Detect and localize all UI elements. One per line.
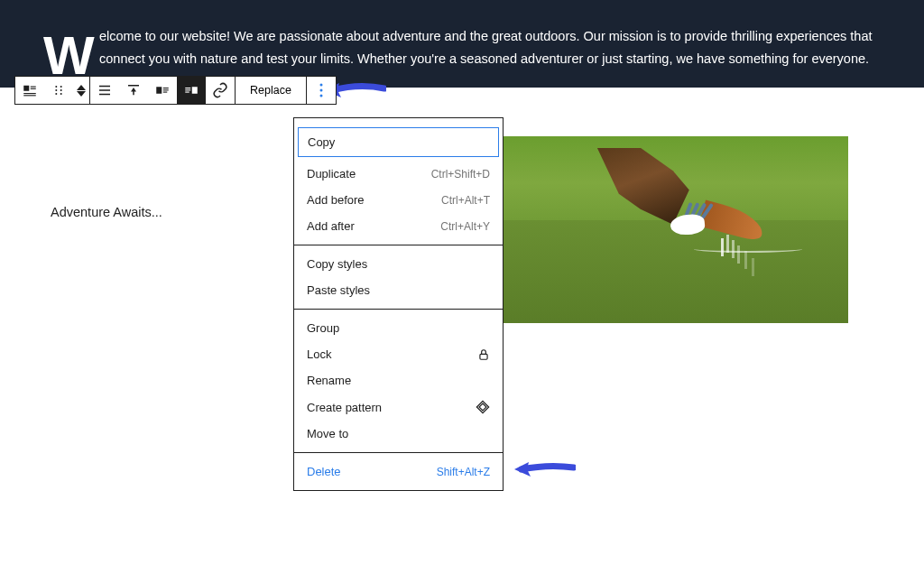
hero-text: elcome to our website! We are passionate… [99, 25, 888, 69]
drag-handle-icon[interactable] [44, 77, 73, 104]
svg-rect-19 [163, 92, 168, 93]
svg-rect-4 [23, 95, 36, 96]
svg-point-6 [55, 89, 57, 91]
media-column [462, 115, 924, 323]
menu-item-label: Delete [307, 465, 341, 478]
svg-rect-1 [31, 87, 36, 88]
menu-item-lock[interactable]: Lock [294, 341, 503, 367]
svg-rect-17 [163, 88, 169, 88]
svg-rect-18 [163, 89, 169, 90]
move-arrows-icon[interactable] [73, 77, 89, 104]
menu-item-label: Copy styles [307, 257, 367, 271]
link-icon[interactable] [206, 77, 235, 104]
svg-rect-15 [133, 91, 134, 96]
svg-rect-0 [23, 86, 29, 91]
svg-point-24 [319, 84, 322, 87]
svg-point-25 [319, 89, 322, 92]
block-type-icon[interactable] [15, 77, 44, 104]
menu-item-paste-styles[interactable]: Paste styles [294, 277, 503, 303]
menu-item-label: Group [307, 321, 339, 335]
lock-icon [477, 348, 490, 361]
menu-item-shortcut: Ctrl+Shift+D [431, 168, 490, 181]
menu-item-label: Lock [307, 347, 331, 361]
image-left-icon[interactable] [148, 77, 177, 104]
hero-image[interactable] [462, 136, 848, 323]
svg-rect-14 [128, 85, 139, 87]
image-right-icon[interactable] [177, 77, 206, 104]
menu-item-label: Paste styles [307, 283, 370, 297]
menu-item-label: Add before [307, 193, 365, 207]
svg-point-9 [60, 89, 62, 91]
svg-rect-2 [31, 88, 36, 89]
menu-item-label: Copy [308, 135, 335, 149]
replace-button[interactable]: Replace [236, 77, 306, 104]
block-toolbar: Replace [14, 76, 337, 105]
vertical-align-icon[interactable] [119, 77, 148, 104]
dropdown-section-3: Group Lock Rename Create pattern Move to [294, 310, 503, 453]
svg-rect-3 [23, 93, 36, 94]
svg-rect-23 [192, 87, 198, 94]
hero-section: W elcome to our website! We are passiona… [0, 0, 924, 88]
menu-item-label: Duplicate [307, 167, 356, 181]
menu-item-rename[interactable]: Rename [294, 367, 503, 393]
menu-item-delete[interactable]: Delete Shift+Alt+Z [294, 458, 503, 485]
menu-item-label: Rename [307, 374, 351, 387]
svg-rect-22 [185, 92, 189, 93]
menu-item-duplicate[interactable]: Duplicate Ctrl+Shift+D [294, 161, 503, 187]
svg-point-26 [319, 95, 322, 97]
menu-item-copy[interactable]: Copy [298, 127, 499, 157]
menu-item-create-pattern[interactable]: Create pattern [294, 393, 503, 421]
menu-item-shortcut: Ctrl+Alt+T [441, 194, 490, 207]
menu-item-add-before[interactable]: Add before Ctrl+Alt+T [294, 187, 503, 213]
align-none-icon[interactable] [90, 77, 119, 104]
svg-rect-20 [185, 88, 190, 88]
svg-rect-16 [156, 87, 162, 94]
dropdown-section-4: Delete Shift+Alt+Z [294, 453, 503, 490]
svg-rect-13 [99, 94, 110, 96]
svg-rect-21 [185, 89, 190, 90]
svg-point-5 [55, 86, 57, 88]
more-options-button[interactable] [307, 77, 336, 104]
menu-item-move-to[interactable]: Move to [294, 421, 503, 447]
svg-rect-27 [480, 354, 487, 359]
dropcap: W [43, 34, 95, 78]
diamond-icon [476, 400, 490, 414]
svg-rect-12 [99, 89, 110, 91]
menu-item-label: Create pattern [307, 401, 382, 414]
menu-item-copy-styles[interactable]: Copy styles [294, 251, 503, 277]
menu-item-group[interactable]: Group [294, 315, 503, 341]
menu-item-add-after[interactable]: Add after Ctrl+Alt+Y [294, 213, 503, 239]
menu-item-label: Add after [307, 219, 355, 233]
menu-item-shortcut: Ctrl+Alt+Y [440, 220, 490, 233]
menu-item-shortcut: Shift+Alt+Z [437, 466, 490, 478]
block-options-dropdown: Copy Duplicate Ctrl+Shift+D Add before C… [293, 117, 504, 491]
dropdown-section-2: Copy styles Paste styles [294, 245, 503, 310]
svg-point-10 [60, 93, 62, 95]
dropdown-section-1: Copy Duplicate Ctrl+Shift+D Add before C… [294, 118, 503, 245]
annotation-arrow-bottom [513, 458, 576, 484]
menu-item-label: Move to [307, 427, 348, 440]
svg-point-7 [55, 93, 57, 95]
svg-rect-11 [99, 86, 110, 88]
svg-point-8 [60, 86, 62, 88]
